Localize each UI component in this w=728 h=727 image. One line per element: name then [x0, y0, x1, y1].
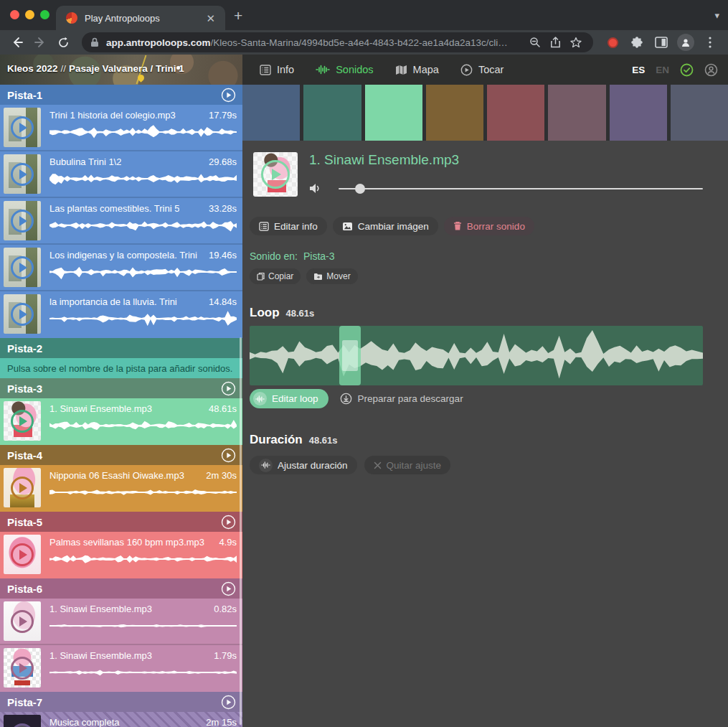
clip-thumbnail[interactable]: [4, 601, 41, 641]
sound-clip[interactable]: la importancia de la lluvia. Trini 14.84…: [0, 291, 242, 338]
edit-info-button[interactable]: Editar info: [250, 217, 327, 235]
track-swatch[interactable]: [365, 85, 422, 141]
track-name[interactable]: Pista-6: [7, 583, 42, 595]
play-icon[interactable]: [11, 256, 34, 279]
track-header[interactable]: Pista-2: [0, 338, 242, 358]
play-icon[interactable]: [11, 210, 34, 233]
loop-waveform-editor[interactable]: [250, 326, 703, 385]
breadcrumb-project[interactable]: Kleos 2022: [7, 63, 58, 74]
track-swatch[interactable]: [303, 85, 361, 141]
track-name[interactable]: Pista-5: [7, 516, 42, 528]
play-icon[interactable]: [11, 303, 34, 326]
sound-clip[interactable]: Musica completa 2m 15s: [0, 712, 242, 727]
tab-close-icon[interactable]: ✕: [203, 11, 218, 25]
clip-thumbnail[interactable]: [4, 535, 41, 574]
tab-info[interactable]: Info: [260, 64, 294, 75]
reload-button[interactable]: [53, 32, 73, 52]
play-icon[interactable]: [11, 477, 34, 499]
address-bar[interactable]: app.antropoloops.com /Kleos-Santa-Marina…: [82, 32, 593, 52]
track-name[interactable]: Pista-7: [7, 696, 42, 708]
sidebar-scrollbar[interactable]: [240, 337, 242, 725]
status-check-icon[interactable]: [680, 63, 694, 77]
sound-clip[interactable]: Las plantas comestibles. Trini 5 33.28s: [0, 198, 242, 245]
play-icon[interactable]: [11, 410, 34, 433]
play-icon[interactable]: [261, 160, 290, 189]
change-image-button[interactable]: Cambiar imágen: [333, 217, 438, 235]
project-breadcrumb-map[interactable]: Kleos 2022//Pasaje Valvanera / Trini 1: [0, 55, 242, 85]
track-play-button[interactable]: [221, 381, 236, 396]
track-swatch[interactable]: [671, 85, 728, 141]
tab-tocar[interactable]: Tocar: [460, 64, 504, 76]
track-header[interactable]: Pista-1: [0, 85, 242, 105]
track-header[interactable]: Pista-4: [0, 445, 242, 465]
tab-search-chevron-icon[interactable]: ▾: [714, 10, 719, 21]
sound-clip[interactable]: Los indigenas y la compostela. Trini 19.…: [0, 245, 242, 291]
clip-thumbnail[interactable]: [4, 248, 41, 287]
track-name[interactable]: Pista-3: [7, 383, 42, 395]
clip-thumbnail[interactable]: [4, 108, 41, 147]
breadcrumb-page[interactable]: Pasaje Valvanera / Trini 1: [69, 63, 184, 74]
side-panel-icon[interactable]: [651, 32, 672, 53]
bookmark-star-icon[interactable]: [570, 37, 582, 48]
account-icon[interactable]: [704, 63, 718, 77]
tab-mapa[interactable]: Mapa: [395, 64, 439, 75]
track-play-button[interactable]: [221, 695, 236, 710]
adjust-duration-button[interactable]: Ajustar duración: [250, 456, 357, 474]
sound-clip[interactable]: Palmas sevillanas 160 bpm mp3.mp3 4.9s: [0, 532, 242, 578]
play-icon[interactable]: [11, 116, 34, 139]
track-play-button[interactable]: [221, 88, 236, 103]
browser-tab[interactable]: Play Antropoloops ✕: [56, 6, 225, 30]
sound-in-track-link[interactable]: Pista-3: [303, 250, 335, 262]
track-play-button[interactable]: [221, 581, 236, 596]
delete-sound-button[interactable]: Borrar sonido: [444, 217, 534, 235]
back-button[interactable]: [7, 32, 27, 52]
track-swatch[interactable]: [242, 85, 300, 141]
track-header[interactable]: Pista-5: [0, 512, 242, 532]
track-header[interactable]: Pista-3: [0, 378, 242, 398]
clip-thumbnail[interactable]: [4, 201, 41, 240]
play-icon[interactable]: [11, 723, 34, 727]
track-name[interactable]: Pista-1: [7, 89, 42, 101]
clip-thumbnail[interactable]: [4, 648, 41, 688]
track-play-button[interactable]: [221, 448, 236, 463]
sound-clip[interactable]: Trini 1 historia del colegio.mp3 17.79s: [0, 105, 242, 151]
track-play-button[interactable]: [221, 515, 236, 530]
play-icon[interactable]: [11, 163, 34, 186]
extensions-puzzle-icon[interactable]: [626, 32, 648, 53]
track-header[interactable]: Pista-6: [0, 578, 242, 599]
lang-en[interactable]: EN: [656, 65, 669, 75]
clip-thumbnail[interactable]: [4, 401, 41, 441]
minimize-window-button[interactable]: [25, 10, 34, 19]
profile-avatar[interactable]: [675, 32, 696, 53]
sound-clip[interactable]: Nipponia 06 Esashi Oiwake.mp3 2m 30s: [0, 465, 242, 512]
copy-button[interactable]: Copiar: [250, 268, 301, 284]
play-icon[interactable]: [11, 543, 34, 566]
clip-thumbnail[interactable]: [4, 715, 41, 727]
clip-thumbnail[interactable]: [4, 154, 41, 194]
zoom-out-icon[interactable]: [529, 37, 541, 48]
track-header[interactable]: Pista-7: [0, 692, 242, 712]
remove-adjust-button[interactable]: Quitar ajuste: [364, 456, 451, 474]
recording-extension-icon[interactable]: [602, 32, 623, 53]
sound-clip[interactable]: 1. Sinawi Ensemble.mp3 1.79s: [0, 645, 242, 692]
clip-thumbnail[interactable]: [4, 294, 41, 334]
track-name[interactable]: Pista-2: [7, 342, 42, 355]
prepare-download-button[interactable]: Preparar para descargar: [340, 393, 463, 405]
close-window-button[interactable]: [10, 10, 19, 19]
browser-menu-kebab-icon[interactable]: [699, 32, 721, 53]
tab-sonidos[interactable]: Sonidos: [316, 64, 373, 75]
track-swatch[interactable]: [487, 85, 544, 141]
move-button[interactable]: Mover: [306, 268, 357, 284]
zoom-window-button[interactable]: [40, 10, 49, 19]
sound-clip[interactable]: Bubulina Trini 1\2 29.68s: [0, 151, 242, 198]
volume-slider-handle[interactable]: [355, 184, 365, 194]
track-name[interactable]: Pista-4: [7, 449, 42, 461]
sound-clip[interactable]: 1. Sinawi Ensemble.mp3 0.82s: [0, 599, 242, 645]
sound-thumbnail[interactable]: [253, 152, 298, 197]
edit-loop-button[interactable]: Editar loop: [250, 389, 328, 408]
share-icon[interactable]: [550, 37, 561, 48]
new-tab-button[interactable]: +: [234, 8, 242, 23]
play-icon[interactable]: [11, 657, 34, 680]
forward-button[interactable]: [30, 32, 50, 52]
loop-playhead[interactable]: [339, 326, 361, 385]
